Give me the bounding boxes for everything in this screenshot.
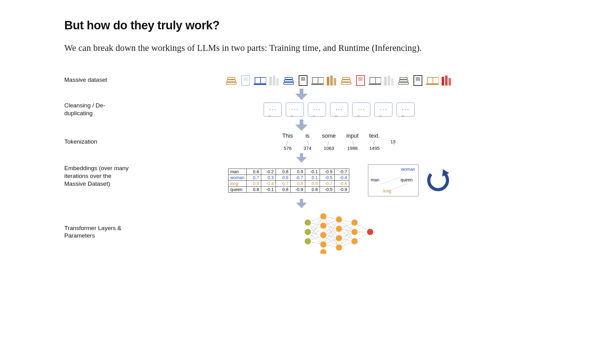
embedding-row: king0.5-0.40.70.80.9-0.7-0.6 [228, 180, 349, 186]
embedding-cell: -0.9 [320, 169, 335, 175]
embedding-row: man0.6-0.20.80.9-0.1-0.9-0.7 [228, 169, 349, 175]
svg-rect-35 [391, 78, 394, 86]
svg-rect-13 [284, 80, 293, 82]
stage-label-token: Tokenization [64, 138, 139, 146]
svg-rect-9 [269, 77, 272, 86]
neural-network-icon [298, 210, 380, 254]
book-icon [397, 74, 410, 86]
embed-word-man: man [371, 177, 379, 182]
svg-point-101 [320, 232, 326, 238]
speech-bubble-icon [308, 102, 326, 117]
embedding-cell: 0.8 [276, 169, 291, 175]
embedding-cell: 0.9 [291, 169, 305, 175]
svg-marker-52 [296, 199, 307, 208]
svg-point-109 [351, 229, 358, 235]
svg-rect-25 [342, 80, 351, 82]
svg-line-61 [308, 216, 323, 241]
svg-rect-10 [273, 76, 275, 86]
embedding-row: woman0.70.30.9-0.70.1-0.5-0.4 [228, 175, 349, 180]
svg-rect-22 [330, 76, 333, 86]
token-id: 1988 [347, 145, 357, 151]
embedding-cell: 0.8 [305, 186, 320, 192]
svg-marker-49 [295, 120, 308, 131]
book-icon [412, 74, 424, 86]
book-icon [369, 74, 381, 86]
svg-rect-21 [327, 77, 329, 86]
embedding-cell: -0.5 [320, 186, 335, 192]
book-icon [268, 74, 281, 86]
embedding-cell: -0.1 [305, 169, 320, 175]
book-icon [426, 74, 439, 86]
svg-point-100 [320, 223, 326, 229]
embedding-cell: 0.8 [291, 180, 305, 186]
embedding-row-label: man [228, 169, 246, 175]
svg-rect-14 [285, 77, 292, 79]
svg-rect-3 [242, 76, 250, 86]
token-id: 576 [284, 145, 292, 151]
embedding-row-label: king [228, 180, 246, 186]
svg-point-111 [367, 229, 373, 235]
embedding-cell: -0.2 [261, 169, 276, 175]
embedding-cell: -0.5 [320, 175, 335, 180]
embedding-cell: 0.5 [247, 180, 261, 186]
svg-rect-44 [426, 84, 439, 85]
svg-point-97 [305, 229, 311, 235]
speech-bubble-row [263, 102, 415, 117]
embed-word-queen: queen [400, 177, 413, 182]
embedding-cell: 0.7 [247, 175, 261, 180]
stage-label-transformer: Transformer Layers & Parameters [64, 224, 139, 240]
speech-bubble-icon [286, 102, 304, 117]
svg-rect-23 [334, 78, 336, 86]
token-column: is 374 [304, 133, 311, 151]
svg-point-103 [320, 249, 326, 254]
svg-point-102 [320, 241, 326, 248]
section-heading: But how do they truly work? [64, 19, 539, 32]
book-icon [239, 74, 252, 86]
svg-rect-39 [414, 76, 422, 86]
token-column: some 1063 [322, 133, 336, 151]
token-id: 1063 [324, 145, 334, 151]
svg-point-106 [336, 235, 342, 241]
speech-bubble-icon [330, 102, 348, 117]
svg-point-110 [351, 238, 358, 244]
embedding-row-label: queen [228, 186, 246, 192]
speech-bubble-icon [352, 102, 370, 117]
svg-point-108 [351, 219, 358, 226]
svg-point-107 [336, 244, 342, 251]
svg-rect-2 [228, 77, 235, 79]
stage-label-cleanse: Cleansing / De-duplicating [64, 102, 139, 117]
svg-rect-26 [342, 77, 350, 79]
book-icon [225, 74, 238, 86]
embedding-table: man0.6-0.20.80.9-0.1-0.9-0.7woman0.70.30… [228, 169, 349, 193]
embedding-cell: -0.9 [291, 186, 305, 192]
embedding-cell: -0.1 [261, 186, 276, 192]
embed-word-woman: woman [401, 167, 415, 172]
token-id: 374 [304, 145, 311, 151]
svg-line-90 [339, 223, 355, 248]
token-column: This 576 [282, 133, 293, 151]
svg-marker-48 [295, 89, 308, 100]
embedding-row: queen0.8-0.10.8-0.90.8-0.5-0.9 [228, 186, 349, 192]
svg-rect-8 [254, 84, 266, 85]
svg-point-99 [320, 213, 326, 219]
speech-bubble-icon [374, 102, 393, 117]
embedding-cell: 0.7 [276, 180, 291, 186]
svg-rect-0 [226, 82, 236, 84]
embedding-cell: 0.8 [276, 186, 291, 192]
svg-rect-34 [388, 76, 390, 86]
token-word: some [322, 133, 336, 139]
token-word: is [306, 133, 310, 139]
book-icon [354, 74, 367, 86]
arrow-down-icon [64, 120, 539, 131]
svg-rect-36 [399, 82, 409, 84]
svg-rect-45 [442, 77, 444, 86]
arrow-down-icon [64, 199, 539, 208]
svg-rect-38 [400, 77, 407, 79]
book-icon [383, 74, 395, 86]
book-icon [326, 74, 338, 86]
token-column: text. 1495 [369, 133, 380, 151]
embedding-cell: 0.8 [247, 186, 261, 192]
svg-point-96 [305, 219, 311, 226]
embedding-cell: 0.9 [276, 175, 291, 180]
embedding-cell: 0.1 [305, 175, 320, 180]
